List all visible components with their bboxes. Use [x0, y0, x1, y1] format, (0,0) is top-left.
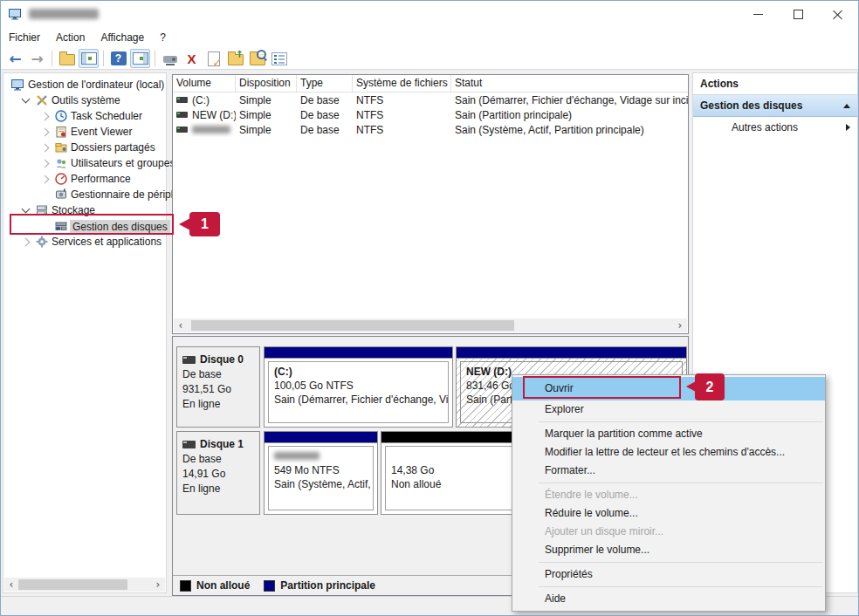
menu-item-modifier-lettre[interactable]: Modifier la lettre de lecteur et les che…: [512, 443, 825, 462]
partition-primary-bar: [457, 347, 686, 359]
scrollbar-thumb[interactable]: [191, 320, 514, 331]
close-button[interactable]: [818, 1, 858, 27]
volume-list-pane: Volume Disposition Type Système de fichi…: [172, 74, 689, 334]
window-title-blurred: [29, 9, 99, 19]
partition-label: NEW (D:): [466, 366, 512, 378]
forward-icon[interactable]: →: [27, 49, 47, 68]
menu-item-aide[interactable]: Aide: [512, 590, 825, 608]
folder-search-icon[interactable]: [247, 49, 267, 68]
partition-size: 100,05 Go NTFS: [274, 379, 443, 393]
app-icon: [8, 7, 22, 21]
chevron-right-icon[interactable]: [22, 238, 31, 247]
tree-item-utilisateurs-groupes[interactable]: Utilisateurs et groupes l: [3, 155, 166, 171]
remote-console-icon[interactable]: [160, 49, 180, 68]
chevron-right-icon[interactable]: [41, 160, 50, 168]
tree-item-label: Outils système: [52, 94, 120, 106]
scroll-left-icon[interactable]: ‹: [174, 318, 188, 332]
disk-size: 931,51 Go: [182, 382, 254, 397]
partition-name-blurred: [274, 452, 320, 460]
tree-item-label: Task Scheduler: [71, 110, 142, 122]
volume-name-blurred: [192, 126, 230, 133]
chevron-right-icon[interactable]: [41, 175, 50, 184]
tree-horizontal-scrollbar[interactable]: ‹ ›: [4, 578, 165, 592]
console-tree-pane: Gestion de l'ordinateur (local) Outils s…: [3, 72, 167, 593]
tree-item-label: Utilisateurs et groupes l: [71, 157, 180, 169]
scroll-left-icon[interactable]: ‹: [4, 578, 18, 592]
menu-help[interactable]: ?: [152, 27, 174, 48]
annotation-box-step2: [523, 376, 681, 399]
volume-row-c[interactable]: (C:) Simple De base NTFS Sain (Démarrer,…: [173, 92, 688, 107]
tree-item-computer-management[interactable]: Gestion de l'ordinateur (local): [3, 77, 166, 92]
toolbar-separator: [52, 51, 52, 66]
show-action-pane-icon[interactable]: [130, 49, 150, 68]
expand-right-icon[interactable]: [846, 124, 850, 131]
column-header-type[interactable]: Type: [297, 75, 353, 92]
scroll-right-icon[interactable]: ›: [151, 578, 165, 592]
tree-item-services-applications[interactable]: Services et applications: [3, 234, 166, 250]
menu-affichage[interactable]: Affichage: [93, 27, 152, 48]
tree-item-task-scheduler[interactable]: Task Scheduler: [3, 108, 166, 124]
minimize-button[interactable]: [738, 1, 778, 27]
chevron-down-icon[interactable]: [22, 95, 31, 104]
chevron-right-icon[interactable]: [41, 144, 50, 153]
tree-item-dossiers-partages[interactable]: Dossiers partagés: [3, 140, 166, 155]
volume-row-new-d[interactable]: NEW (D:) Simple De base NTFS Sain (Parti…: [173, 107, 688, 122]
disk-name: Disque 0: [200, 353, 244, 366]
minimize-icon: [753, 14, 763, 15]
tree-item-performance[interactable]: Performance: [3, 171, 166, 187]
actions-group-gestion-des-disques[interactable]: Gestion des disques: [693, 95, 857, 117]
menu-item-proprietes[interactable]: Propriétés: [512, 565, 825, 584]
chevron-right-icon[interactable]: [41, 113, 50, 121]
tree-item-outils-systeme[interactable]: Outils système: [3, 92, 166, 108]
menu-item-reduire-volume[interactable]: Réduire le volume...: [512, 504, 825, 523]
toolbar-separator: [155, 51, 155, 66]
device-manager-icon: [54, 188, 68, 202]
volume-horizontal-scrollbar[interactable]: ‹ ›: [174, 318, 687, 332]
folder-up-icon[interactable]: ↑: [225, 49, 245, 68]
open-folder-icon[interactable]: [57, 49, 77, 68]
column-header-systeme-fichiers[interactable]: Système de fichiers: [353, 75, 451, 92]
menu-item-supprimer-volume[interactable]: Supprimer le volume...: [512, 541, 825, 559]
menu-item-marquer-partition-active[interactable]: Marquer la partition comme active: [512, 425, 825, 443]
menu-action[interactable]: Action: [48, 27, 93, 48]
collapse-icon[interactable]: [843, 104, 850, 108]
partition-context-menu: Ouvrir Explorer Marquer la partition com…: [512, 374, 826, 612]
menu-item-explorer[interactable]: Explorer: [512, 400, 825, 419]
scrollbar-thumb[interactable]: [18, 579, 127, 590]
partition-system-blurred[interactable]: 549 Mo NTFS Sain (Système, Actif, Pa: [264, 431, 378, 515]
column-header-statut[interactable]: Statut: [451, 75, 688, 92]
menu-item-ajouter-disque-miroir: Ajouter un disque miroir...: [512, 523, 825, 541]
back-icon[interactable]: ←: [5, 49, 25, 68]
volume-icon: [176, 112, 188, 118]
disk-icon: [182, 441, 196, 448]
menu-item-formater[interactable]: Formater...: [512, 462, 825, 480]
properties-icon[interactable]: [269, 49, 289, 68]
help-icon[interactable]: ?: [108, 49, 128, 68]
chevron-right-icon[interactable]: [41, 128, 50, 137]
tree-item-gestionnaire-peripheriques[interactable]: Gestionnaire de périphé: [3, 187, 166, 202]
maximize-icon: [794, 10, 803, 19]
event-viewer-icon: [54, 125, 68, 139]
volume-icon: [176, 127, 188, 133]
maximize-button[interactable]: [778, 1, 818, 27]
column-header-disposition[interactable]: Disposition: [236, 75, 297, 92]
partition-c[interactable]: (C:) 100,05 Go NTFS Sain (Démarrer, Fich…: [264, 346, 453, 428]
menu-fichier[interactable]: Fichier: [1, 27, 48, 48]
title-bar: [1, 1, 858, 27]
tree-item-event-viewer[interactable]: Event Viewer: [3, 124, 166, 140]
legend-unallocated: Non alloué: [180, 579, 250, 592]
show-console-tree-icon[interactable]: [79, 49, 99, 68]
column-header-volume[interactable]: Volume: [173, 75, 236, 92]
scroll-right-icon[interactable]: ›: [673, 318, 687, 332]
close-icon: [833, 9, 843, 19]
disk-0-label[interactable]: Disque 0 De base 931,51 Go En ligne: [176, 346, 260, 428]
delete-icon[interactable]: X: [182, 49, 202, 68]
partition-primary-bar: [265, 347, 452, 359]
chevron-down-icon[interactable]: [22, 205, 31, 214]
validate-document-icon[interactable]: [203, 49, 223, 68]
tree-item-label: Gestion de l'ordinateur (local): [28, 79, 164, 91]
disk-1-label[interactable]: Disque 1 De base 14,91 Go En ligne: [176, 431, 260, 515]
annotation-box-step1: [10, 214, 174, 235]
actions-item-autres-actions[interactable]: Autres actions: [693, 117, 857, 137]
volume-row-blurred[interactable]: Simple De base NTFS Sain (Système, Actif…: [173, 122, 688, 137]
